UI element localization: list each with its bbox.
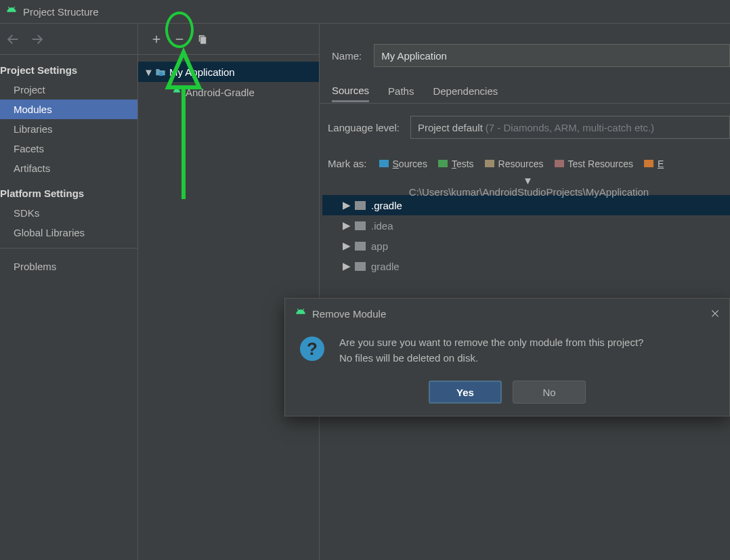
tree-item-gradle2[interactable]: ▶ gradle — [322, 256, 730, 276]
tree-item-gradle[interactable]: ▶ .gradle — [322, 195, 730, 215]
remove-module-button[interactable] — [173, 33, 186, 45]
sidebar-bottom: Problems — [0, 248, 137, 276]
mark-resources[interactable]: Resources — [485, 158, 544, 169]
section-project-settings: Project Settings — [0, 55, 137, 80]
question-icon: ? — [299, 335, 326, 366]
source-folder-tree: ▼ C:\Users\kumar\AndroidStudioProjects\M… — [320, 175, 730, 276]
tree-item-label: app — [371, 240, 388, 252]
folder-icon — [438, 160, 448, 167]
folder-icon — [379, 160, 389, 167]
collapse-icon[interactable]: ▼ — [523, 175, 535, 186]
language-level-hint: (7 - Diamonds, ARM, multi-catch etc.) — [486, 122, 654, 133]
tree-item-app[interactable]: ▶ app — [322, 236, 730, 256]
sidebar-item-project[interactable]: Project — [0, 80, 137, 100]
module-root-label: My Application — [169, 66, 319, 78]
mark-test-resources[interactable]: Test Resources — [555, 158, 633, 169]
folder-icon — [644, 160, 653, 167]
sidebar-item-libraries[interactable]: Libraries — [0, 119, 137, 139]
language-level-label: Language level: — [328, 122, 400, 133]
language-level-select[interactable]: Project default (7 - Diamonds, ARM, mult… — [410, 116, 730, 139]
module-tree-root[interactable]: ▼ My Application — [138, 62, 319, 82]
tree-root[interactable]: ▼ C:\Users\kumar\AndroidStudioProjects\M… — [322, 175, 730, 195]
forward-arrow-icon[interactable] — [30, 32, 45, 47]
sidebar-item-modules[interactable]: Modules — [0, 100, 137, 119]
sidebar-item-global-libraries[interactable]: Global Libraries — [0, 223, 137, 242]
expand-icon[interactable]: ▶ — [343, 260, 355, 272]
module-toolbar — [138, 24, 319, 55]
close-icon[interactable] — [710, 309, 720, 318]
module-detail-panel: Name: Sources Paths Dependencies Languag… — [320, 24, 730, 560]
folder-icon — [485, 160, 494, 167]
yes-button[interactable]: Yes — [429, 381, 502, 404]
nav-controls — [0, 24, 137, 55]
expand-icon[interactable]: ▶ — [343, 219, 355, 232]
tree-item-label: .gradle — [371, 200, 402, 211]
module-tabs: Sources Paths Dependencies — [320, 79, 730, 104]
expand-icon[interactable]: ▶ — [343, 240, 355, 252]
copy-module-button[interactable] — [196, 33, 209, 45]
tree-item-idea[interactable]: ▶ .idea — [322, 215, 730, 236]
remove-module-dialog: Remove Module ? Are you sure you want to… — [284, 298, 730, 416]
folder-icon — [555, 160, 564, 167]
no-button[interactable]: No — [513, 381, 586, 404]
folder-icon — [355, 262, 366, 271]
add-module-button[interactable] — [150, 33, 163, 45]
window-title: Project Structure — [23, 6, 99, 18]
expand-icon[interactable]: ▶ — [343, 199, 355, 211]
folder-icon — [355, 201, 366, 210]
folder-icon — [355, 242, 366, 251]
tree-root-path: C:\Users\kumar\AndroidStudioProjects\MyA… — [409, 186, 649, 198]
dialog-message: Are you sure you want to remove the only… — [339, 335, 643, 366]
svg-rect-0 — [159, 72, 163, 76]
tab-sources[interactable]: Sources — [332, 81, 369, 102]
android-icon — [171, 87, 183, 97]
module-child-label: Android-Gradle — [186, 87, 319, 98]
collapse-icon[interactable]: ▼ — [144, 66, 154, 78]
android-icon — [295, 307, 307, 320]
name-label: Name: — [332, 50, 362, 62]
sidebar-item-sdks[interactable]: SDKs — [0, 203, 137, 223]
folder-icon — [355, 221, 366, 230]
tree-item-label: gradle — [371, 261, 400, 272]
android-icon — [5, 5, 18, 18]
title-bar: Project Structure — [0, 0, 730, 23]
module-tree: ▼ My Application Android-Gradle — [138, 55, 319, 102]
tab-dependencies[interactable]: Dependencies — [433, 81, 498, 101]
mark-excluded[interactable]: E — [644, 158, 664, 169]
module-panel: ▼ My Application Android-Gradle — [138, 24, 320, 560]
sidebar-item-facets[interactable]: Facets — [0, 139, 137, 158]
tree-item-label: .idea — [371, 220, 393, 232]
module-name-input[interactable] — [374, 44, 730, 67]
section-platform-settings: Platform Settings — [0, 178, 137, 203]
tab-paths[interactable]: Paths — [388, 81, 414, 101]
mark-as-row: Mark as: Sources Tests Resources Test Re… — [320, 151, 730, 175]
dialog-title: Remove Module — [312, 308, 710, 320]
left-sidebar: Project Settings Project Modules Librari… — [0, 24, 138, 560]
back-arrow-icon[interactable] — [5, 32, 20, 47]
mark-tests[interactable]: Tests — [438, 158, 474, 169]
module-folder-icon — [154, 67, 167, 77]
sidebar-item-problems[interactable]: Problems — [0, 249, 137, 276]
svg-text:?: ? — [307, 339, 318, 359]
language-level-value: Project default — [418, 122, 483, 133]
mark-sources[interactable]: Sources — [379, 158, 427, 169]
module-tree-child[interactable]: Android-Gradle — [138, 82, 319, 102]
mark-as-label: Mark as: — [328, 158, 367, 169]
sidebar-item-artifacts[interactable]: Artifacts — [0, 158, 137, 178]
